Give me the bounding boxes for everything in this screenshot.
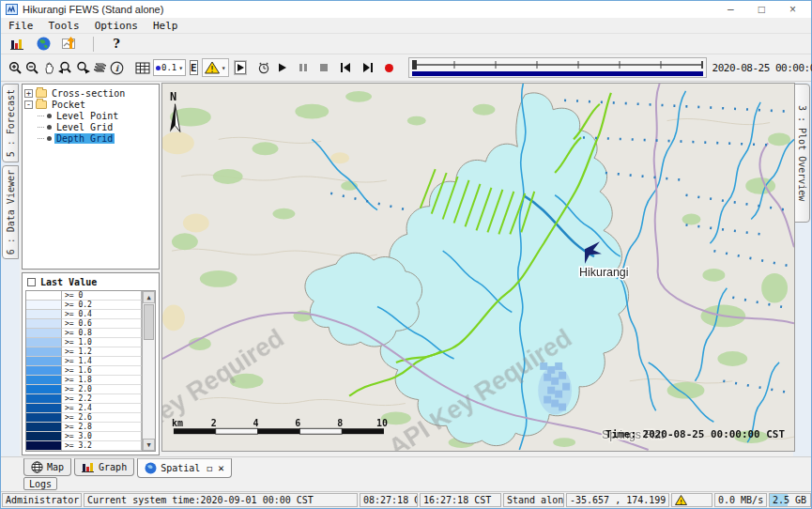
skip-start-icon [340, 63, 351, 72]
wireglobe-icon [31, 461, 43, 473]
tree-item-level-point[interactable]: Level Point [38, 110, 157, 121]
scroll-down-icon[interactable]: ▼ [143, 439, 155, 451]
status-mode: Stand alone [503, 493, 564, 507]
step-to-end-button[interactable] [362, 63, 374, 72]
main-toolbar: ? [1, 34, 811, 54]
legend-swatch [26, 376, 62, 385]
legend-row: >= 0.2 [26, 301, 142, 310]
legend-panel: Last Value >= 0 >= 0.2 >= 0.4 >= 0.6 >= … [22, 272, 160, 455]
menu-file[interactable]: File [8, 20, 34, 32]
legend-row: >= 1.6 [26, 366, 142, 376]
close-button[interactable]: × [789, 2, 796, 17]
timeline-track [409, 58, 706, 77]
status-user: Administrator [2, 493, 82, 507]
play-button[interactable] [278, 63, 287, 72]
legend-row: >= 0.6 [26, 319, 142, 329]
movie-player-button[interactable] [235, 61, 246, 74]
last-value-label: Last Value [40, 277, 97, 287]
legend-swatch [26, 394, 62, 404]
legend-swatch [26, 310, 62, 319]
timeseries-button[interactable] [61, 35, 79, 54]
minimize-button[interactable]: – [728, 2, 734, 17]
tree-item-pocket[interactable]: - Pocket [24, 99, 157, 110]
svg-text:10: 10 [376, 418, 388, 428]
tab-forecast[interactable]: 5 : Forecast [2, 84, 19, 162]
record-button[interactable] [385, 64, 393, 72]
zoom-in-icon [8, 61, 23, 75]
stop-button[interactable] [319, 63, 329, 72]
map-viewport[interactable]: API Key Required API Key Required Hikura… [161, 83, 795, 452]
float-window-icon[interactable]: ◻ [207, 463, 212, 473]
logs-button[interactable]: Logs [23, 477, 57, 490]
close-tab-icon[interactable]: ✕ [218, 462, 224, 474]
explorer-chart-button[interactable] [8, 35, 25, 54]
zoom-previous-button[interactable] [57, 58, 74, 77]
status-transfer-rate: 0.0 MB/s [714, 493, 767, 507]
menu-tools[interactable]: Tools [49, 20, 80, 32]
svg-text:4: 4 [253, 418, 259, 428]
window-title: Hikurangi FEWS (Stand alone) [23, 4, 728, 15]
legend-swatch [26, 301, 62, 310]
expand-plus-icon[interactable]: + [24, 89, 33, 98]
legend-swatch [26, 404, 62, 413]
svg-text:i: i [115, 64, 119, 73]
tree-item-level-grid[interactable]: Level Grid [38, 121, 157, 132]
left-tab-strip: 5 : Forecast 6 : Data Viewer [1, 83, 20, 456]
legend-table: >= 0 >= 0.2 >= 0.4 >= 0.6 >= 0.8 >= 1.0 … [25, 290, 156, 452]
step-to-start-button[interactable] [340, 63, 351, 72]
info-button[interactable]: i [108, 58, 125, 77]
tab-plot-overview[interactable]: 3 : Plot Overview [793, 84, 810, 223]
threshold-dropdown[interactable]: 0.1 ▾ [153, 59, 186, 76]
animation-settings-button[interactable] [255, 58, 272, 77]
scrollbar-thumb[interactable] [144, 304, 154, 340]
menu-options[interactable]: Options [95, 20, 138, 32]
maximize-button[interactable]: □ [758, 2, 765, 17]
scroll-up-icon[interactable]: ▲ [143, 291, 155, 303]
legend-row: >= 1.4 [26, 357, 142, 366]
status-system-time: Current system time:2020-09-01 00:00 CST [84, 493, 358, 507]
play-icon [278, 63, 287, 72]
pan-button[interactable] [40, 58, 57, 77]
app-window: Hikurangi FEWS (Stand alone) – □ × File … [0, 0, 812, 509]
zoom-in-button[interactable] [7, 58, 23, 77]
map-globe-button[interactable] [35, 35, 52, 54]
map-canvas: API Key Required API Key Required Hikura… [162, 84, 794, 451]
zoom-next-button[interactable] [74, 58, 91, 77]
folder-icon [36, 100, 47, 109]
tab-data-viewer[interactable]: 6 : Data Viewer [2, 165, 19, 259]
tab-spatial[interactable]: Spatial ◻ ✕ [137, 458, 232, 478]
tab-map[interactable]: Map [23, 458, 71, 476]
tree-item-cross-section[interactable]: + Cross-section [24, 87, 157, 99]
last-value-checkbox[interactable] [27, 278, 36, 286]
svg-text:8: 8 [337, 418, 343, 428]
legend-row: >= 1.0 [26, 338, 142, 347]
legend-row: >= 2.8 [26, 423, 142, 432]
help-button[interactable]: ? [108, 35, 125, 54]
logs-row: Logs [1, 477, 811, 491]
zoom-out-button[interactable] [23, 58, 40, 77]
legend-toggle-button[interactable]: E [190, 60, 198, 75]
grid-display-button[interactable] [134, 58, 151, 77]
layers-button[interactable] [91, 58, 108, 77]
timeline-slider[interactable] [408, 57, 707, 78]
tree-item-depth-grid[interactable]: Depth Grid [38, 132, 157, 144]
svg-text:2: 2 [211, 418, 217, 428]
pause-button[interactable] [299, 63, 308, 72]
status-warning-cell[interactable]: ! [671, 493, 712, 507]
hand-icon [42, 61, 56, 75]
map-time-label: Time: 2020-08-25 00:00:00 CST [605, 428, 785, 440]
tree-item-label: Pocket [50, 100, 87, 110]
collapse-minus-icon[interactable]: - [24, 100, 33, 109]
status-coordinates: -35.657 , 174.199 [566, 493, 669, 507]
classbreak-dot-icon [156, 66, 161, 70]
warnings-dropdown[interactable]: ! ▾ [202, 58, 229, 77]
tab-graph[interactable]: Graph [74, 458, 134, 476]
legend-swatch [26, 423, 62, 432]
record-icon [385, 64, 393, 72]
menu-help[interactable]: Help [153, 20, 178, 32]
skip-end-icon [362, 63, 374, 72]
grid-icon [135, 62, 150, 74]
legend-scrollbar[interactable]: ▲ ▼ [142, 291, 155, 451]
svg-text:6: 6 [295, 418, 300, 428]
zoom-next-icon [75, 61, 90, 75]
